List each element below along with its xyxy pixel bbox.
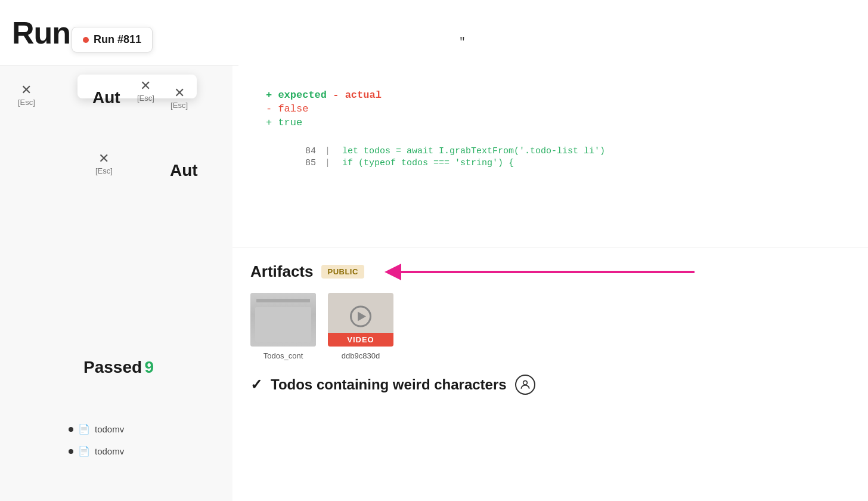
line-number-84: 84	[292, 146, 316, 156]
esc-label-2: [Esc]	[170, 101, 188, 110]
user-avatar-icon	[515, 375, 535, 395]
esc-label-1: [Esc]	[95, 166, 113, 175]
svg-point-0	[523, 381, 527, 385]
public-badge: PUBLIC	[321, 265, 364, 279]
code-content-85: if (typeof todos === 'string') {	[342, 158, 514, 168]
file-name-2: todomv	[95, 446, 124, 456]
video-name: ddb9c830d	[342, 351, 380, 360]
artifacts-header: Artifacts PUBLIC	[250, 262, 850, 281]
close-icon-1[interactable]: ✕	[98, 152, 109, 165]
play-button-circle	[350, 306, 371, 327]
artifacts-section: Artifacts PUBLIC Todos_cont	[232, 250, 868, 501]
file-status-dot-1	[69, 427, 73, 432]
video-thumbnail: VIDEO	[328, 293, 393, 347]
artifact-screenshot[interactable]: Todos_cont	[250, 293, 316, 360]
esc-button-2[interactable]: ✕ [Esc]	[137, 79, 154, 103]
main-content: " + expected - actual - false + true 84 …	[232, 0, 868, 501]
page-title: Run	[12, 15, 70, 51]
diff-minus-line: - false	[256, 103, 850, 115]
esc-text-2: [Esc]	[137, 94, 154, 103]
passed-label: Passed	[83, 358, 142, 376]
line-number-85: 85	[292, 158, 316, 168]
code-area: " + expected - actual - false + true 84 …	[232, 0, 868, 250]
artifacts-files: Todos_cont VIDEO ddb9c830d	[250, 293, 850, 360]
file-icon-2: 📄	[78, 446, 90, 457]
diff-header-line: + expected - actual	[256, 89, 850, 101]
sidebar-file-list: 📄 todomv 📄 todomv	[69, 423, 124, 468]
file-icon-1: 📄	[78, 423, 90, 435]
code-quote-char: "	[459, 36, 466, 48]
artifacts-title: Artifacts	[250, 262, 313, 281]
section-divider	[232, 248, 868, 248]
video-label: VIDEO	[328, 333, 393, 347]
diff-plus-line: + true	[256, 117, 850, 128]
arrow-line	[401, 271, 695, 273]
esc-text-1: [Esc]	[18, 98, 35, 107]
run-status-dot	[83, 37, 89, 43]
passed-count: 9	[145, 358, 154, 376]
arrow-annotation	[385, 264, 850, 280]
test-title: Todos containing weird characters	[271, 376, 507, 393]
close-x-icon-2[interactable]: ✕	[140, 79, 151, 92]
auto-label: Aut	[92, 88, 120, 107]
list-item-2[interactable]: 📄 todomv	[69, 446, 124, 457]
test-result-row: ✓ Todos containing weird characters	[250, 375, 850, 395]
code-content-84: let todos = await I.grabTextFrom('.todo-…	[342, 146, 605, 156]
artifact-video[interactable]: VIDEO ddb9c830d	[328, 293, 393, 360]
passed-section: Passed 9	[83, 358, 154, 377]
run-label: Run #811	[94, 33, 141, 46]
close-icon-2[interactable]: ✕	[174, 86, 185, 100]
file-status-dot-2	[69, 449, 73, 454]
screenshot-name: Todos_cont	[264, 351, 303, 360]
list-item-1[interactable]: 📄 todomv	[69, 423, 124, 435]
auto-section-title: Aut	[170, 161, 198, 180]
code-line-85: 85 | if (typeof todos === 'string') {	[244, 158, 850, 168]
play-icon	[358, 312, 366, 321]
run-badge[interactable]: Run #811	[72, 27, 153, 52]
arrow-head	[385, 264, 401, 280]
code-line-84: 84 | let todos = await I.grabTextFrom('.…	[244, 146, 850, 156]
checkmark-icon: ✓	[250, 376, 262, 393]
file-name-1: todomv	[95, 424, 124, 434]
esc-button-1[interactable]: ✕ [Esc]	[18, 84, 35, 107]
close-x-icon-1[interactable]: ✕	[21, 84, 32, 97]
screenshot-thumbnail	[250, 293, 316, 347]
